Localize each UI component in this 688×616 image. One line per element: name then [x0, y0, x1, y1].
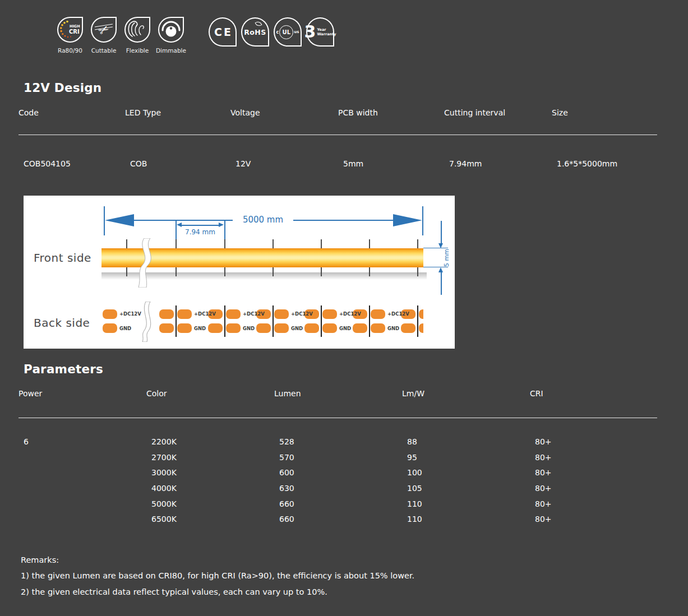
lmw-value: 105: [402, 484, 530, 493]
pad-label-gnd: GND: [339, 326, 351, 331]
warranty-icon: 3 Year Warranty: [306, 17, 334, 47]
table-row: 2700K 570 95 80+: [19, 450, 657, 465]
pad-label-gnd: GND: [119, 326, 131, 331]
cutting-interval-value: 7.94mm: [444, 159, 552, 168]
cut-mark: [176, 267, 177, 276]
design-table-row: COB504105 COB 12V 5mm 7.94mm 1.6*5*5000m…: [19, 159, 657, 168]
solder-pad: [274, 309, 289, 319]
design-table-header: Code LED Type Voltage PCB width Cutting …: [19, 108, 657, 117]
svg-text:CRI: CRI: [69, 29, 80, 35]
color-value: 3000K: [146, 468, 274, 477]
pad-label-dc12v: +DC12V: [243, 311, 265, 317]
color-value: 2200K: [146, 437, 274, 446]
solder-pad: [371, 309, 385, 319]
column-header: Cutting interval: [444, 108, 552, 117]
pad-label-dc12v: +DC12V: [194, 311, 216, 317]
remark-line: 1) the given Lumen are based on CRI80, f…: [21, 568, 414, 583]
column-header: Size: [552, 108, 657, 117]
code-value: COB504105: [19, 159, 125, 168]
column-header: Color: [146, 389, 274, 398]
pad-label-dc12v: +DC12V: [387, 311, 409, 317]
column-header: LED Type: [125, 108, 230, 117]
pad-label-gnd: GND: [194, 326, 206, 331]
cut-mark: [321, 239, 322, 248]
lmw-value: 95: [402, 453, 530, 462]
cri-value: 80+: [530, 453, 657, 462]
led-type-value: COB: [125, 159, 230, 168]
column-header: PCB width: [338, 108, 444, 117]
color-value: 4000K: [146, 484, 274, 493]
dimension-arrow-down: [438, 243, 443, 248]
solder-pad: [401, 323, 415, 333]
coil-icon: [124, 17, 150, 43]
cri-value: 80+: [530, 437, 657, 446]
cut-mark: [273, 239, 274, 248]
cut-line: [224, 305, 225, 337]
pad-label-gnd: GND: [243, 326, 255, 331]
total-length-dimension: 5000 mm: [233, 215, 293, 225]
column-header: Code: [19, 108, 125, 117]
lumen-value: 570: [274, 453, 402, 462]
badge-rohs: RoHS: [239, 17, 271, 47]
lmw-value: 110: [402, 499, 530, 508]
color-value: 5000K: [146, 499, 274, 508]
cut-mark: [224, 267, 225, 276]
color-value: 2700K: [146, 453, 274, 462]
column-header: Voltage: [230, 108, 338, 117]
cutting-interval-dimension: 7.94 mm: [176, 228, 225, 236]
badge-cuttable: ✂ Cuttable: [87, 17, 121, 54]
break-line: [135, 238, 159, 288]
ce-text: CE: [213, 26, 233, 38]
solder-pad: [353, 323, 367, 333]
pad-label-dc12v: +DC12V: [119, 311, 141, 317]
solder-pad: [103, 323, 117, 333]
front-side-label: Front side: [34, 251, 91, 265]
cri-value: 80+: [530, 499, 657, 508]
lumen-value: 600: [274, 468, 402, 477]
certification-badge-row: CE RoHS c UL us 3 Yea: [206, 17, 336, 47]
solder-pad: [256, 323, 271, 333]
design-section-title: 12V Design: [24, 81, 101, 95]
pcb-width-value: 5mm: [338, 159, 444, 168]
pad-label-gnd: GND: [291, 326, 303, 331]
column-header: CRI: [530, 389, 657, 398]
led-strip-datasheet-page: HIGH CRI Ra80/90 ✂ Cuttable: [0, 0, 688, 616]
cut-line: [321, 305, 322, 337]
feature-badge-row: HIGH CRI Ra80/90 ✂ Cuttable: [53, 17, 188, 54]
badge-label: Ra80/90: [58, 47, 82, 54]
solder-pad: [304, 323, 319, 333]
cut-line: [417, 305, 418, 337]
cut-line: [176, 305, 177, 337]
parameters-table-header: Power Color Lumen Lm/W CRI: [19, 389, 657, 398]
power-value: 6: [19, 437, 146, 446]
cut-mark: [369, 239, 370, 248]
solder-pad: [159, 309, 174, 319]
color-value: 6500K: [146, 515, 274, 524]
high-cri-icon: HIGH CRI: [57, 17, 83, 43]
badge-high-cri: HIGH CRI Ra80/90: [53, 17, 87, 54]
cut-mark: [126, 239, 127, 248]
solder-pad: [208, 323, 223, 333]
dimension-arrow-right: [219, 223, 224, 227]
cut-mark: [369, 267, 370, 276]
cut-mark: [224, 239, 225, 248]
table-row: 6500K 660 110 80+: [19, 511, 657, 527]
scissors-icon: ✂: [91, 17, 117, 43]
warranty-line1: Year: [317, 27, 336, 32]
cut-mark: [417, 267, 418, 276]
lmw-value: 100: [402, 468, 530, 477]
rohs-icon: RoHS: [241, 17, 269, 47]
lumen-value: 630: [274, 484, 402, 493]
column-header: Lm/W: [402, 389, 530, 398]
break-line: [138, 302, 158, 342]
voltage-value: 12V: [230, 159, 338, 168]
divider: [19, 418, 657, 418]
warranty-years: 3: [304, 24, 316, 40]
badge-label: Dimmable: [156, 47, 186, 54]
cut-mark: [273, 267, 274, 276]
dimension-line: [441, 272, 442, 295]
cut-line: [273, 305, 274, 337]
lumen-value: 660: [274, 499, 402, 508]
dimension-arrow-left: [105, 214, 134, 226]
extension-line: [422, 206, 423, 235]
